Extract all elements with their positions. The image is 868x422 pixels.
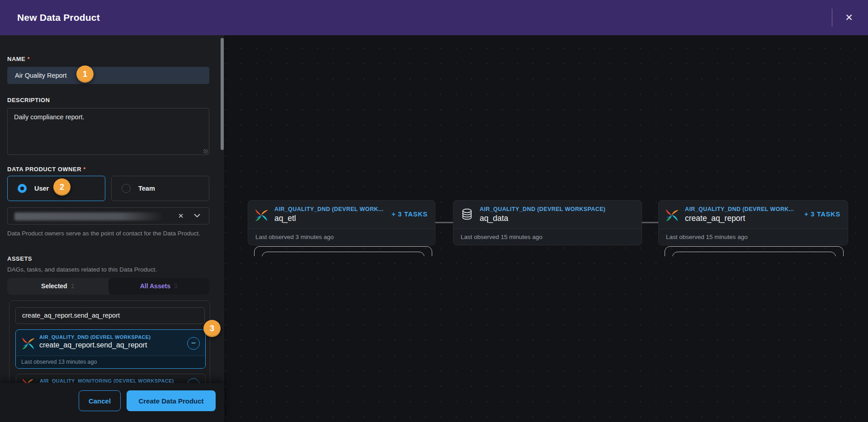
form-panel: NAME * Air Quality Report 1 DESCRIPTION …: [0, 35, 225, 422]
radio-unselected-icon[interactable]: [122, 184, 131, 193]
step-badge-1: 1: [76, 66, 94, 83]
node-title: aq_data: [480, 214, 508, 223]
airflow-icon: [665, 208, 679, 222]
assets-tabbar: Selected1 All Assets3: [7, 278, 209, 295]
tab-all-assets[interactable]: All Assets3: [108, 278, 210, 295]
owner-option-team[interactable]: Team: [111, 176, 209, 201]
step-badge-3: 3: [203, 320, 221, 337]
node-last-observed: Last observed 3 minutes ago: [248, 229, 435, 245]
owner-type-group: User Team: [7, 176, 209, 201]
tab-all-assets-count: 3: [174, 282, 178, 290]
asset-workspace: AIR_QUALITY_DND (DEVREL WORKSPACE): [39, 334, 151, 340]
database-icon: [461, 208, 473, 221]
resize-grip[interactable]: [203, 149, 208, 154]
step-badge-2: 2: [53, 178, 71, 196]
description-textarea[interactable]: Daily compliance report.: [7, 108, 209, 155]
header-divider: [832, 9, 832, 27]
chevron-down-icon[interactable]: [194, 213, 200, 218]
node-aq_etl[interactable]: AIR_QUALITY_DND (DEVREL WORK... aq_etl +…: [248, 200, 435, 245]
description-label: DESCRIPTION: [7, 97, 50, 103]
dialog-title: New Data Product: [17, 12, 100, 23]
tab-selected[interactable]: Selected1: [7, 278, 108, 295]
node-create_aq_report[interactable]: AIR_QUALITY_DND (DEVREL WORK... create_a…: [658, 200, 848, 245]
owner-select[interactable]: ✕: [7, 207, 209, 225]
cancel-button[interactable]: Cancel: [79, 390, 121, 411]
node-workspace: AIR_QUALITY_DND (DEVREL WORK...: [274, 206, 383, 212]
radio-selected-icon[interactable]: [18, 184, 27, 193]
required-asterisk: *: [83, 166, 86, 173]
name-input[interactable]: Air Quality Report: [7, 67, 209, 84]
dialog-header: New Data Product ✕: [0, 0, 868, 35]
required-asterisk: *: [27, 56, 30, 62]
task-stack-outline: [665, 246, 844, 256]
name-label: NAME *: [7, 56, 30, 62]
edge-aq_data-create_aq_report: [642, 222, 659, 223]
close-icon[interactable]: ✕: [840, 10, 858, 26]
node-title: create_aq_report: [685, 214, 745, 223]
node-last-observed: Last observed 15 minutes ago: [659, 229, 848, 245]
dialog-footer: Cancel Create Data Product: [0, 383, 225, 422]
asset-last-observed: Last observed 13 minutes ago: [16, 356, 205, 368]
owner-value-redacted: [14, 212, 164, 220]
panel-scrollbar-thumb[interactable]: [221, 38, 224, 150]
tasks-chip[interactable]: + 3 TASKS: [804, 211, 840, 218]
tasks-chip[interactable]: + 3 TASKS: [392, 211, 428, 218]
tab-selected-count: 1: [71, 282, 75, 290]
node-workspace: AIR_QUALITY_DND (DEVREL WORK...: [685, 206, 794, 212]
create-data-product-button[interactable]: Create Data Product: [127, 390, 216, 411]
asset-name: create_aq_report.send_aq_report: [39, 341, 147, 349]
assets-subtitle: DAGs, tasks, and datasets related to thi…: [7, 266, 157, 274]
owner-label: DATA PRODUCT OWNER *: [7, 166, 86, 173]
assets-label: ASSETS: [7, 255, 32, 262]
asset-item-selected[interactable]: AIR_QUALITY_DND (DEVREL WORKSPACE) creat…: [15, 329, 206, 369]
owner-help-text: Data Product owners serve as the point o…: [7, 230, 206, 238]
remove-asset-button[interactable]: −: [187, 337, 200, 350]
asset-search-input[interactable]: create_aq_report.send_aq_report: [15, 307, 205, 324]
asset-list: create_aq_report.send_aq_report AIR_QUAL…: [9, 300, 210, 391]
node-last-observed: Last observed 15 minutes ago: [453, 229, 642, 245]
new-data-product-dialog: New Data Product ✕ NAME * Air Quality Re…: [0, 0, 868, 422]
lineage-canvas[interactable]: AIR_QUALITY_DND (DEVREL WORK... aq_etl +…: [225, 35, 868, 422]
node-workspace: AIR_QUALITY_DND (DEVREL WORKSPACE): [480, 206, 605, 212]
clear-icon[interactable]: ✕: [171, 208, 190, 224]
edge-aq_etl-aq_data: [435, 222, 453, 223]
airflow-icon: [21, 337, 35, 350]
airflow-icon: [255, 208, 268, 222]
node-aq_data[interactable]: AIR_QUALITY_DND (DEVREL WORKSPACE) aq_da…: [453, 200, 642, 245]
node-title: aq_etl: [274, 214, 296, 223]
task-stack-outline: [254, 246, 432, 256]
